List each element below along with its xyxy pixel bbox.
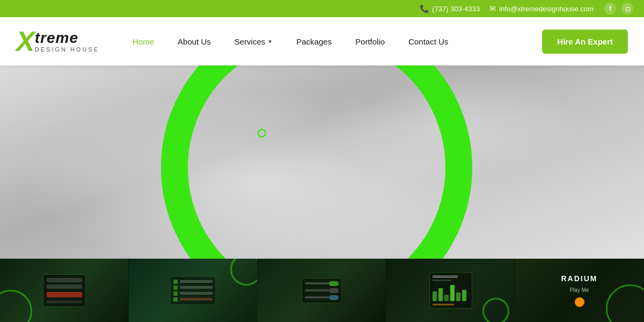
login-mockup [43, 274, 86, 307]
nav-services[interactable]: Services ▼ [223, 37, 284, 46]
facebook-letter: f [609, 5, 611, 12]
phone-icon: 📞 [420, 4, 429, 13]
glow-4 [482, 298, 509, 322]
toggle-pill-2 [329, 288, 339, 293]
glow-2 [230, 259, 258, 286]
logo-subtitle: DESIGN HOUSE [35, 47, 99, 53]
services-chevron: ▼ [267, 39, 273, 45]
settings-label-2 [180, 286, 213, 289]
portfolio-overlay-2 [129, 259, 257, 322]
phone-info: 📞 (737) 303-4333 [420, 4, 480, 13]
settings-mockup [170, 276, 216, 305]
glow-1 [0, 290, 32, 322]
settings-icon-4 [173, 297, 178, 302]
settings-icon-1 [173, 280, 178, 284]
settings-row-2 [173, 286, 213, 290]
email-info: ✉ info@xtremedesignhouse.com [489, 4, 594, 13]
chart-subtitle-line [433, 280, 451, 281]
settings-row-3 [173, 291, 213, 296]
settings-label-error [180, 298, 213, 301]
portfolio-item-5[interactable]: RADIUM Play Me [515, 259, 644, 322]
settings-icon-3 [173, 291, 178, 296]
bar-4 [450, 285, 455, 301]
bar-1 [433, 291, 437, 301]
toggle-row-3 [305, 295, 339, 300]
chart-mockup [429, 272, 472, 309]
settings-icon-2 [173, 286, 178, 290]
settings-label-3 [180, 292, 213, 295]
portfolio-item-3[interactable] [258, 259, 386, 322]
nav-portfolio[interactable]: Portfolio [343, 37, 397, 46]
chart-orange-line [433, 304, 455, 305]
hire-expert-button[interactable]: Hire An Expert [542, 30, 628, 54]
chart-bars [433, 285, 469, 301]
toggle-label-2 [305, 289, 329, 291]
nav-contact[interactable]: Contact Us [397, 37, 460, 46]
hero-section [0, 65, 644, 259]
glow-5 [606, 284, 644, 322]
login-field-2 [47, 284, 82, 289]
nav-links: Home About Us Services ▼ Packages Portfo… [121, 37, 542, 46]
bar-5 [456, 292, 460, 302]
instagram-symbol: ◻ [625, 5, 630, 12]
top-bar-info: 📞 (737) 303-4333 ✉ info@xtremedesignhous… [420, 4, 594, 13]
settings-label-1 [180, 280, 213, 283]
logo-text: treme DESIGN HOUSE [35, 31, 99, 53]
toggle-mockup [302, 278, 342, 303]
portfolio-overlay-5: RADIUM Play Me [515, 259, 643, 322]
email-address: info@xtremedesignhouse.com [499, 5, 594, 13]
login-footer-line [47, 301, 82, 303]
small-dot-decoration [258, 129, 266, 137]
social-icons: f ◻ [604, 3, 633, 14]
settings-row-4 [173, 297, 213, 302]
toggle-row-1 [305, 281, 339, 286]
chart-title-line [433, 275, 458, 278]
phone-number: (737) 303-4333 [432, 5, 480, 13]
nav-packages[interactable]: Packages [284, 37, 343, 46]
nav-about[interactable]: About Us [166, 37, 223, 46]
login-btn-mockup [47, 292, 82, 297]
toggle-label-1 [305, 282, 329, 284]
portfolio-strip: RADIUM Play Me [0, 259, 644, 322]
logo-treme: treme [35, 31, 99, 46]
email-icon: ✉ [489, 4, 496, 13]
portfolio-item-2[interactable] [129, 259, 258, 322]
logo[interactable]: X treme DESIGN HOUSE [16, 27, 99, 55]
bar-2 [438, 288, 443, 301]
portfolio-overlay-4 [386, 259, 515, 322]
nav-home[interactable]: Home [121, 37, 166, 46]
toggle-label-3 [305, 296, 329, 298]
orange-play-button [575, 297, 584, 307]
toggle-row-2 [305, 288, 339, 293]
logo-x: X [16, 27, 35, 55]
bar-6 [462, 290, 466, 301]
portfolio-item-4[interactable] [386, 259, 515, 322]
green-ring-decoration [161, 65, 472, 259]
top-bar: 📞 (737) 303-4333 ✉ info@xtremedesignhous… [0, 0, 644, 17]
radium-play-label: Play Me [569, 287, 589, 293]
portfolio-item-1[interactable] [0, 259, 129, 322]
toggle-pill-1 [329, 281, 339, 286]
instagram-icon[interactable]: ◻ [621, 3, 633, 14]
navbar: X treme DESIGN HOUSE Home About Us Servi… [0, 17, 644, 65]
radium-label: RADIUM [561, 274, 598, 283]
toggle-pill-3 [329, 295, 339, 300]
portfolio-overlay-3 [258, 259, 386, 322]
facebook-icon[interactable]: f [604, 3, 616, 14]
bar-3 [444, 295, 449, 301]
login-field-1 [47, 278, 82, 282]
settings-row-1 [173, 280, 213, 284]
portfolio-overlay-1 [0, 259, 128, 322]
